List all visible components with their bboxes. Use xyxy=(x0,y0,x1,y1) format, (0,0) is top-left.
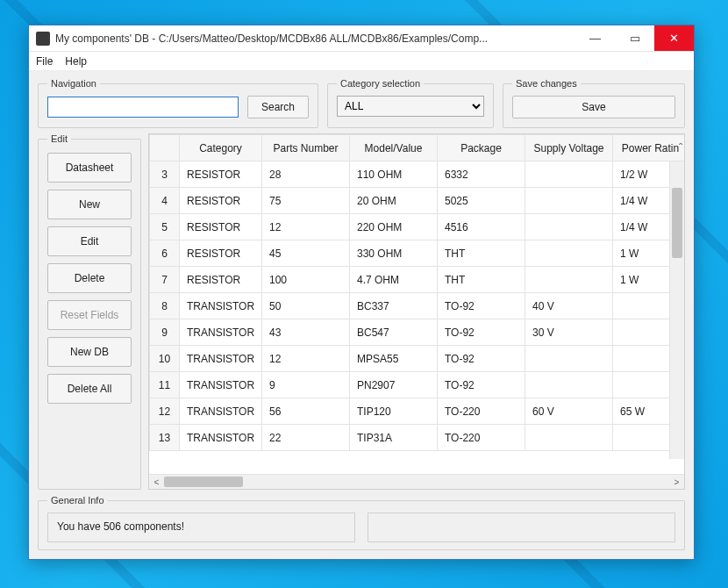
cell[interactable]: 45 xyxy=(262,240,350,267)
cell[interactable]: 4516 xyxy=(438,214,525,240)
minimize-button[interactable]: — xyxy=(575,25,615,51)
cell[interactable]: TRANSISTOR xyxy=(180,398,262,425)
titlebar[interactable]: My components' DB - C:/Users/Matteo/Desk… xyxy=(29,25,694,52)
scroll-right-icon[interactable]: > xyxy=(669,477,684,487)
cell[interactable]: TIP31A xyxy=(350,425,438,451)
cell[interactable]: THT xyxy=(438,240,525,267)
cell[interactable] xyxy=(525,425,613,451)
menu-help[interactable]: Help xyxy=(65,55,87,68)
cell[interactable]: THT xyxy=(438,267,525,293)
cell[interactable] xyxy=(525,267,613,293)
cell[interactable]: 4.7 OHM xyxy=(350,267,438,293)
cell[interactable]: 110 OHM xyxy=(350,161,438,188)
row-number[interactable]: 4 xyxy=(150,188,180,214)
table-row[interactable]: 10TRANSISTOR12MPSA55TO-92 xyxy=(150,346,685,372)
cell[interactable] xyxy=(525,214,613,240)
row-number[interactable]: 12 xyxy=(150,398,180,425)
cell[interactable] xyxy=(525,240,613,267)
cell[interactable]: 28 xyxy=(262,161,350,188)
row-number[interactable]: 5 xyxy=(150,214,180,240)
cell[interactable]: 100 xyxy=(262,267,350,293)
datasheet-button[interactable]: Datasheet xyxy=(47,153,132,183)
search-input[interactable] xyxy=(47,97,239,118)
cell[interactable]: MPSA55 xyxy=(350,346,438,372)
cell[interactable]: 22 xyxy=(262,425,350,451)
col-package[interactable]: Package xyxy=(438,135,525,161)
vertical-scrollbar[interactable] xyxy=(669,161,684,459)
table-row[interactable]: 9TRANSISTOR43BC547TO-9230 V xyxy=(150,319,685,346)
cell[interactable]: 60 V xyxy=(525,398,613,425)
cell[interactable] xyxy=(525,372,613,398)
cell[interactable]: RESISTOR xyxy=(180,161,262,188)
table-row[interactable]: 11TRANSISTOR9PN2907TO-92 xyxy=(150,372,685,398)
cell[interactable] xyxy=(525,188,613,214)
cell[interactable]: BC337 xyxy=(350,293,438,319)
cell[interactable]: TRANSISTOR xyxy=(180,293,262,319)
cell[interactable]: 220 OHM xyxy=(350,214,438,240)
cell[interactable]: 330 OHM xyxy=(350,240,438,267)
delete-button[interactable]: Delete xyxy=(47,263,132,293)
cell[interactable]: 5025 xyxy=(438,188,525,214)
cell[interactable]: RESISTOR xyxy=(180,240,262,267)
row-number[interactable]: 7 xyxy=(150,267,180,293)
cell[interactable]: 56 xyxy=(262,398,350,425)
table-row[interactable]: 5RESISTOR12220 OHM45161/4 W xyxy=(150,214,685,240)
cell[interactable]: BC547 xyxy=(350,319,438,346)
search-button[interactable]: Search xyxy=(247,96,309,118)
save-button[interactable]: Save xyxy=(512,96,675,118)
col-supply-voltage[interactable]: Supply Voltage xyxy=(525,135,613,161)
close-button[interactable]: ✕ xyxy=(654,25,694,51)
cell[interactable]: RESISTOR xyxy=(180,267,262,293)
new-button[interactable]: New xyxy=(47,190,132,219)
vertical-scrollbar-thumb[interactable] xyxy=(672,188,682,258)
cell[interactable]: 20 OHM xyxy=(350,188,438,214)
scroll-left-icon[interactable]: < xyxy=(149,477,164,487)
row-number[interactable]: 6 xyxy=(150,240,180,267)
row-number-header[interactable] xyxy=(150,135,180,161)
cell[interactable] xyxy=(525,161,613,188)
cell[interactable]: TRANSISTOR xyxy=(180,319,262,346)
new-db-button[interactable]: New DB xyxy=(47,337,132,367)
reset-fields-button[interactable]: Reset Fields xyxy=(47,300,132,330)
col-parts-number[interactable]: Parts Number xyxy=(262,135,350,161)
cell[interactable]: TO-220 xyxy=(438,398,525,425)
cell[interactable]: 6332 xyxy=(438,161,525,188)
edit-button[interactable]: Edit xyxy=(47,226,132,256)
table-row[interactable]: 6RESISTOR45330 OHMTHT1 W xyxy=(150,240,685,267)
cell[interactable]: 12 xyxy=(262,214,350,240)
col-category[interactable]: Category xyxy=(180,135,262,161)
menu-file[interactable]: File xyxy=(36,55,53,68)
row-number[interactable]: 9 xyxy=(150,319,180,346)
cell[interactable]: TRANSISTOR xyxy=(180,425,262,451)
col-model-value[interactable]: Model/Value xyxy=(350,135,438,161)
horizontal-scrollbar[interactable]: < > xyxy=(149,474,684,489)
cell[interactable]: 40 V xyxy=(525,293,613,319)
table-row[interactable]: 12TRANSISTOR56TIP120TO-22060 V65 W xyxy=(150,398,685,425)
cell[interactable]: 12 xyxy=(262,346,350,372)
col-power-rating[interactable]: Power Ratin⌃ xyxy=(613,135,685,161)
table-row[interactable]: 8TRANSISTOR50BC337TO-9240 V xyxy=(150,293,685,319)
cell[interactable]: TO-220 xyxy=(438,425,525,451)
cell[interactable]: RESISTOR xyxy=(180,188,262,214)
cell[interactable]: 43 xyxy=(262,319,350,346)
row-number[interactable]: 10 xyxy=(150,346,180,372)
delete-all-button[interactable]: Delete All xyxy=(47,374,132,404)
category-select[interactable]: ALL xyxy=(337,96,484,117)
table-row[interactable]: 13TRANSISTOR22TIP31ATO-220 xyxy=(150,425,685,451)
cell[interactable]: TO-92 xyxy=(438,293,525,319)
cell[interactable]: TRANSISTOR xyxy=(180,346,262,372)
cell[interactable] xyxy=(525,346,613,372)
maximize-button[interactable]: ▭ xyxy=(615,25,654,51)
row-number[interactable]: 13 xyxy=(150,425,180,451)
table-viewport[interactable]: Category Parts Number Model/Value Packag… xyxy=(149,134,684,474)
cell[interactable]: 30 V xyxy=(525,319,613,346)
cell[interactable]: RESISTOR xyxy=(180,214,262,240)
cell[interactable]: PN2907 xyxy=(350,372,438,398)
row-number[interactable]: 8 xyxy=(150,293,180,319)
cell[interactable]: TRANSISTOR xyxy=(180,372,262,398)
row-number[interactable]: 3 xyxy=(150,161,180,188)
table-row[interactable]: 7RESISTOR1004.7 OHMTHT1 W xyxy=(150,267,685,293)
table-row[interactable]: 3RESISTOR28110 OHM63321/2 W xyxy=(150,161,685,188)
cell[interactable]: TIP120 xyxy=(350,398,438,425)
horizontal-scrollbar-thumb[interactable] xyxy=(164,477,243,487)
